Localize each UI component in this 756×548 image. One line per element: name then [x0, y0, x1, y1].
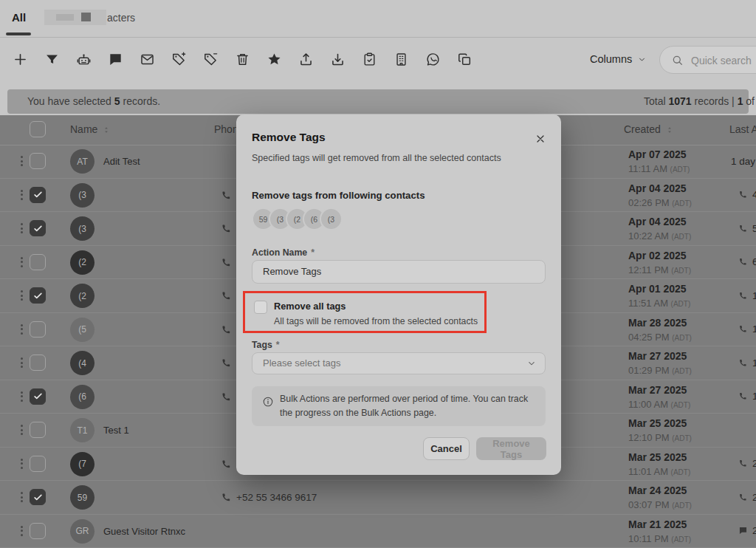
redacted-tab-label — [44, 10, 106, 25]
row-menu-kebab-icon[interactable] — [19, 490, 24, 504]
bulk-actions-info-box: Bulk Actions are performed over period o… — [252, 386, 546, 426]
row-menu-kebab-icon[interactable] — [19, 356, 24, 369]
whatsapp-icon[interactable] — [425, 52, 441, 67]
select-all-checkbox[interactable] — [30, 121, 46, 137]
row-checkbox[interactable] — [30, 489, 46, 505]
table-row: GRGuest Visitor RtnxcMar 21 202510:11 PM… — [0, 515, 756, 548]
contacts-section-label: Remove tags from following contacts — [252, 190, 425, 201]
clipboard-check-icon[interactable] — [362, 52, 377, 67]
last-activity-cell: 2 — [738, 515, 756, 548]
tab-all[interactable]: All — [12, 11, 26, 24]
tags-select[interactable]: Please select tags — [252, 352, 546, 374]
row-menu-kebab-icon[interactable] — [19, 323, 24, 336]
row-menu-kebab-icon[interactable] — [19, 222, 24, 235]
avatar: (2 — [70, 284, 94, 308]
avatar: (7 — [70, 452, 94, 476]
column-header-created[interactable]: Created — [624, 123, 674, 135]
copy-icon[interactable] — [457, 52, 472, 67]
row-checkbox[interactable] — [30, 422, 46, 438]
row-checkbox[interactable] — [30, 355, 46, 371]
row-checkbox[interactable] — [30, 287, 46, 304]
remove-tags-submit-button[interactable]: Remove Tags — [476, 437, 546, 460]
tab-contacts[interactable]: acters — [44, 10, 135, 25]
modal-subtitle: Specified tags will get removed from all… — [252, 153, 501, 163]
active-tab-underline — [6, 32, 31, 35]
total-records: Total 1071 records | 1 of — [644, 89, 755, 114]
phone-icon — [221, 459, 232, 470]
phone-icon — [221, 223, 232, 234]
row-menu-kebab-icon[interactable] — [19, 289, 24, 302]
phone-icon — [221, 492, 232, 503]
created-cell: Mar 28 202504:25 PM (ADT) — [628, 317, 692, 343]
chevron-down-icon — [637, 55, 647, 64]
tag-plus-icon[interactable] — [171, 52, 187, 67]
created-cell: Apr 04 202502:26 PM (ADT) — [628, 182, 692, 209]
row-checkbox[interactable] — [30, 321, 46, 338]
row-checkbox[interactable] — [30, 254, 46, 270]
avatar: 59 — [70, 485, 94, 510]
mail-icon[interactable] — [140, 52, 155, 67]
columns-dropdown[interactable]: Columns — [590, 53, 647, 65]
last-activity-cell: 1 day — [731, 145, 755, 178]
action-name-field[interactable]: Remove Tags — [252, 260, 546, 284]
row-checkbox[interactable] — [30, 153, 46, 169]
quick-search-box[interactable] — [659, 46, 756, 74]
row-menu-kebab-icon[interactable] — [19, 457, 24, 470]
last-activity-cell: 1 — [738, 313, 756, 346]
phone-icon — [221, 257, 232, 268]
remove-tags-modal: Remove Tags Specified tags will get remo… — [236, 114, 561, 475]
row-menu-kebab-icon[interactable] — [19, 423, 24, 436]
phone-icon — [738, 459, 748, 468]
row-menu-kebab-icon[interactable] — [19, 188, 24, 202]
row-menu-kebab-icon[interactable] — [19, 390, 24, 403]
created-cell: Apr 02 202512:11 PM (ADT) — [628, 250, 691, 276]
contact-name[interactable]: Test 1 — [103, 425, 129, 436]
row-checkbox[interactable] — [30, 220, 46, 236]
column-header-last-activity[interactable]: Last Activity — [729, 123, 756, 135]
trash-icon[interactable] — [235, 52, 250, 67]
phone-icon — [738, 391, 748, 401]
contact-name[interactable]: Adit Test — [103, 156, 140, 167]
remove-all-tags-checkbox[interactable] — [254, 301, 267, 314]
robot-icon[interactable] — [76, 52, 92, 67]
filter-icon[interactable] — [44, 52, 60, 67]
row-checkbox[interactable] — [30, 456, 46, 472]
app-screen: All acters Columns You have selected 5 r… — [0, 0, 756, 548]
download-icon[interactable] — [330, 52, 346, 67]
sort-icon — [665, 126, 674, 134]
tabs-bar: All acters — [0, 0, 756, 38]
search-input[interactable] — [690, 47, 756, 74]
last-activity-cell: 2 — [738, 481, 756, 514]
row-menu-kebab-icon[interactable] — [19, 256, 24, 269]
row-checkbox[interactable] — [30, 388, 46, 405]
created-cell: Mar 24 202503:07 PM (ADT) — [628, 484, 692, 511]
column-header-name[interactable]: Name — [70, 123, 111, 135]
contact-name[interactable]: Guest Visitor Rtnxc — [103, 525, 185, 536]
last-activity-cell: 1 — [738, 346, 756, 380]
avatar: (4 — [70, 351, 94, 375]
contact-chip: (3 — [320, 208, 343, 230]
last-activity-cell: 2 — [738, 448, 756, 481]
created-cell: Apr 07 202511:11 AM (ADT) — [628, 148, 690, 175]
upload-icon[interactable] — [298, 52, 314, 67]
chevron-down-icon — [526, 358, 537, 369]
star-icon[interactable] — [267, 52, 282, 67]
row-checkbox[interactable] — [30, 187, 46, 203]
last-activity-cell: 5 — [738, 212, 756, 245]
plus-icon[interactable] — [13, 52, 28, 67]
annotation-highlight-box: Remove all tags All tags will be removed… — [243, 291, 487, 333]
row-menu-kebab-icon[interactable] — [19, 154, 24, 168]
phone-icon — [738, 257, 748, 267]
avatar: (2 — [70, 250, 94, 275]
chat-icon[interactable] — [108, 52, 123, 67]
building-icon[interactable] — [394, 52, 409, 67]
row-checkbox[interactable] — [30, 523, 46, 539]
close-icon[interactable] — [535, 133, 546, 145]
tag-minus-icon[interactable] — [203, 52, 219, 67]
created-cell: Mar 25 202512:10 PM (ADT) — [628, 417, 692, 444]
modal-title: Remove Tags — [252, 131, 326, 144]
selection-summary: You have selected 5 records. — [27, 89, 160, 114]
row-menu-kebab-icon[interactable] — [19, 524, 24, 538]
phone-icon — [738, 291, 748, 301]
cancel-button[interactable]: Cancel — [423, 437, 470, 460]
